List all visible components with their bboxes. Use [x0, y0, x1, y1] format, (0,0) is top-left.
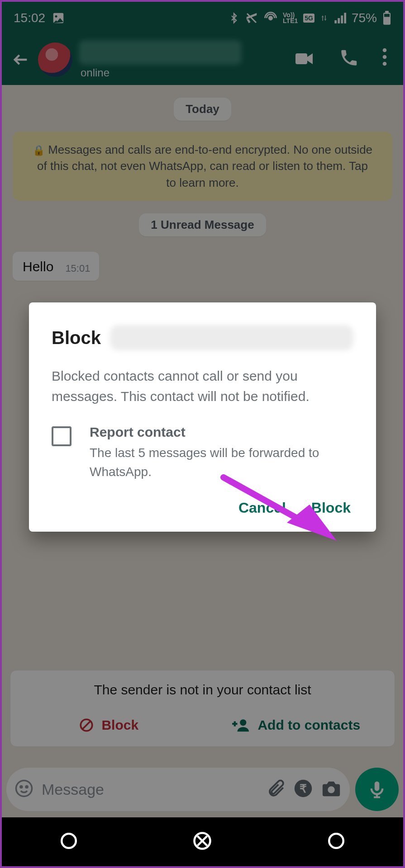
report-checkbox[interactable] — [52, 426, 71, 446]
report-description: The last 5 messages will be forwarded to… — [90, 443, 353, 481]
block-button[interactable]: Block — [311, 500, 351, 516]
dialog-contact-name-redacted — [110, 325, 353, 350]
cancel-button[interactable]: Cancel — [238, 500, 286, 516]
report-title: Report contact — [90, 425, 353, 440]
svg-point-23 — [62, 834, 76, 848]
dialog-title: Block — [52, 328, 101, 348]
nav-home-button[interactable] — [193, 831, 212, 852]
nav-recents-button[interactable] — [59, 831, 78, 852]
nav-back-button[interactable] — [327, 831, 346, 852]
dialog-description: Blocked contacts cannot call or send you… — [52, 366, 353, 406]
block-dialog: Block Blocked contacts cannot call or se… — [29, 302, 376, 532]
system-nav-bar — [2, 817, 403, 866]
svg-point-27 — [329, 834, 343, 848]
